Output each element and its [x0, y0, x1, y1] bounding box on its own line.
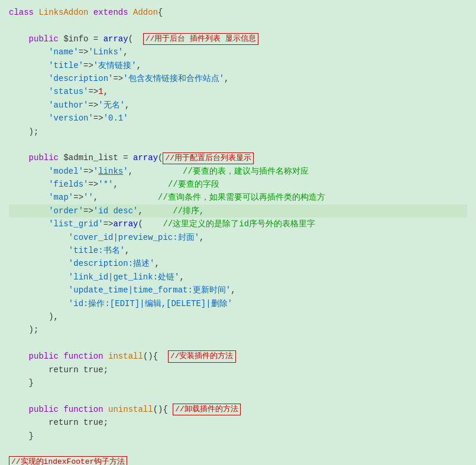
code-line-23: 'id:操作:[EDIT]|编辑,[DELETE]|删除' [9, 297, 467, 310]
code-line-1: class LinksAddon extends Addon{ [9, 6, 467, 19]
code-line-27: public function install(){ //安装插件的方法 [9, 350, 467, 363]
code-line-31: public function uninstall(){ //卸载插件的方法 [9, 403, 467, 416]
code-line-25: ); [9, 323, 467, 336]
code-line-13: 'model'=>'links', //要查的表，建议与插件名称对应 [9, 165, 467, 178]
code-line-18: 'cover_id|preview_pic:封面', [9, 231, 467, 244]
code-line-26 [9, 337, 467, 350]
code-line-15: 'map'=>'', //查询条件，如果需要可以再插件类的构造方 [9, 191, 467, 204]
code-line-21: 'link_id|get_link:处链', [9, 271, 467, 284]
code-line-10: ); [9, 125, 467, 138]
code-line-17: 'list_grid'=>array( //这里定义的是除了id序号外的表格里字 [9, 217, 467, 230]
code-line-16: 'order'=>'id desc', //排序, [9, 204, 467, 217]
comment-box-4: //卸载插件的方法 [173, 404, 241, 415]
code-line-11 [9, 138, 467, 151]
code-line-35: //实现的indexFooter钩子方法 [9, 456, 467, 465]
code-line-30 [9, 389, 467, 402]
code-line-14: 'fields'=>'*', //要查的字段 [9, 178, 467, 191]
code-line-5: 'title'=>'友情链接', [9, 59, 467, 72]
code-line-19: 'title:书名', [9, 244, 467, 257]
code-line-6: 'description'=>'包含友情链接和合作站点', [9, 72, 467, 85]
code-line-20: 'description:描述', [9, 257, 467, 270]
comment-box-2: //用于配置后台列表显示 [163, 152, 254, 164]
code-line-9: 'version'=>'0.1' [9, 112, 467, 125]
code-line-7: 'status'=>1, [9, 85, 467, 98]
comment-box-3: //安装插件的方法 [168, 350, 236, 362]
code-line-33: } [9, 430, 467, 443]
code-line-29: } [9, 376, 467, 389]
code-line-32: return true; [9, 416, 467, 429]
code-line-12: public $admin_list = array(//用于配置后台列表显示 [9, 151, 467, 164]
code-line-24: ), [9, 310, 467, 323]
code-line-2 [9, 19, 467, 32]
code-line-8: 'author'=>'无名', [9, 99, 467, 112]
code-editor: class LinksAddon extends Addon{ public $… [0, 0, 476, 465]
comment-box-5: //实现的indexFooter钩子方法 [9, 456, 127, 465]
code-line-34 [9, 443, 467, 456]
code-line-22: 'update_time|time_format:更新时间', [9, 284, 467, 297]
code-line-28: return true; [9, 363, 467, 376]
code-line-3: public $info = array( //用于后台 插件列表 显示信息 [9, 32, 467, 45]
comment-box-1: //用于后台 插件列表 显示信息 [143, 33, 258, 45]
code-line-4: 'name'=>'Links', [9, 45, 467, 58]
